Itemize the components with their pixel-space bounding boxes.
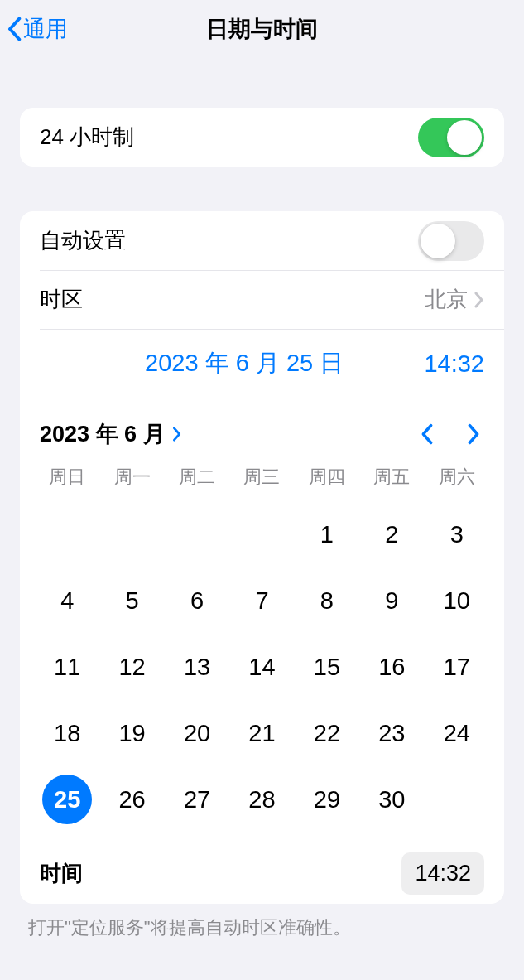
calendar-day[interactable]: 30 xyxy=(359,775,424,824)
weekday-label: 周日 xyxy=(35,465,99,490)
calendar-day[interactable]: 16 xyxy=(359,642,424,692)
calendar-day[interactable]: 4 xyxy=(35,576,99,625)
group-datetime: 自动设置 时区 北京 2023 年 6 月 25 日 14:32 2023 年 … xyxy=(20,211,504,904)
chevron-right-icon xyxy=(474,292,484,308)
selected-time[interactable]: 14:32 xyxy=(424,350,484,378)
label-time: 时间 xyxy=(40,859,83,888)
calendar-day[interactable]: 13 xyxy=(165,642,229,692)
calendar-day[interactable]: 23 xyxy=(359,708,424,758)
calendar-day[interactable]: 11 xyxy=(35,642,99,692)
calendar-day[interactable]: 28 xyxy=(229,775,294,824)
page-title: 日期与时间 xyxy=(0,14,524,44)
label-auto-set: 自动设置 xyxy=(40,226,126,255)
weekday-label: 周四 xyxy=(295,465,359,490)
weekday-label: 周五 xyxy=(359,465,424,490)
chevron-right-icon xyxy=(172,427,182,442)
row-selected-datetime: 2023 年 6 月 25 日 14:32 xyxy=(20,329,504,398)
weekday-label: 周一 xyxy=(99,465,164,490)
row-timezone[interactable]: 时区 北京 xyxy=(20,270,504,329)
weekday-label: 周三 xyxy=(229,465,294,490)
calendar-next-button[interactable] xyxy=(466,422,481,446)
switch-24hour[interactable] xyxy=(418,118,484,157)
chevron-left-icon xyxy=(7,17,22,41)
calendar-day[interactable]: 10 xyxy=(425,576,489,625)
calendar-day[interactable]: 15 xyxy=(295,642,359,692)
calendar-day[interactable]: 29 xyxy=(295,775,359,824)
calendar-day[interactable]: 21 xyxy=(229,708,294,758)
weekday-label: 周六 xyxy=(425,465,489,490)
calendar-day[interactable]: 25 xyxy=(35,775,99,824)
calendar-day[interactable]: 24 xyxy=(425,708,489,758)
value-timezone: 北京 xyxy=(425,285,468,314)
calendar-day[interactable]: 8 xyxy=(295,576,359,625)
row-time: 时间 14:32 xyxy=(20,842,504,904)
calendar-day[interactable]: 9 xyxy=(359,576,424,625)
back-label: 通用 xyxy=(23,14,68,44)
calendar-day[interactable]: 12 xyxy=(99,642,164,692)
calendar-day[interactable]: 2 xyxy=(359,509,424,559)
weekday-label: 周二 xyxy=(165,465,229,490)
switch-auto-set[interactable] xyxy=(418,221,484,261)
label-timezone: 时区 xyxy=(40,285,83,314)
calendar-month-title: 2023 年 6 月 xyxy=(40,419,166,449)
calendar-day[interactable]: 20 xyxy=(165,708,229,758)
calendar-day[interactable]: 7 xyxy=(229,576,294,625)
footer-note: 打开"定位服务"将提高自动时区准确性。 xyxy=(28,915,496,940)
calendar-month-button[interactable]: 2023 年 6 月 xyxy=(40,419,182,449)
calendar-day[interactable]: 3 xyxy=(425,509,489,559)
calendar-day[interactable]: 26 xyxy=(99,775,164,824)
calendar-prev-button[interactable] xyxy=(420,422,435,446)
back-button[interactable]: 通用 xyxy=(7,14,68,44)
row-auto-set: 自动设置 xyxy=(20,211,504,270)
calendar-day[interactable]: 27 xyxy=(165,775,229,824)
calendar-day[interactable]: 17 xyxy=(425,642,489,692)
time-picker[interactable]: 14:32 xyxy=(401,852,484,895)
calendar-day[interactable]: 22 xyxy=(295,708,359,758)
calendar-day[interactable]: 19 xyxy=(99,708,164,758)
calendar-day[interactable]: 5 xyxy=(99,576,164,625)
calendar-day[interactable]: 6 xyxy=(165,576,229,625)
calendar-grid: 1234567891011121314151617181920212223242… xyxy=(35,495,489,842)
label-24hour: 24 小时制 xyxy=(40,123,134,152)
selected-date[interactable]: 2023 年 6 月 25 日 xyxy=(65,347,424,380)
calendar-day[interactable]: 18 xyxy=(35,708,99,758)
calendar-day[interactable]: 14 xyxy=(229,642,294,692)
calendar: 2023 年 6 月 xyxy=(20,398,504,842)
calendar-day[interactable]: 1 xyxy=(295,509,359,559)
calendar-weekday-row: 周日周一周二周三周四周五周六 xyxy=(35,463,489,495)
group-24hour: 24 小时制 xyxy=(20,108,504,167)
row-24hour: 24 小时制 xyxy=(20,108,504,167)
